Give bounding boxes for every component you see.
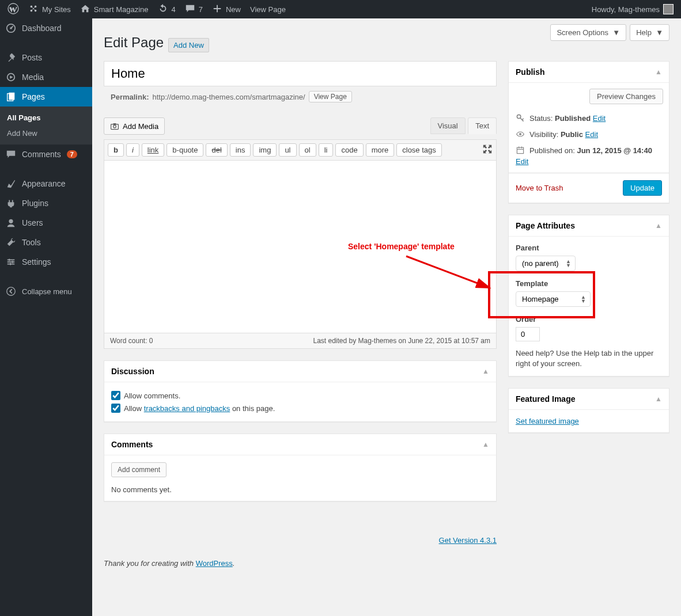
avatar [663,4,674,14]
svg-point-6 [10,27,12,29]
sidebar-item-pages[interactable]: Pages [0,87,92,107]
media-icon [6,72,16,82]
publish-header[interactable]: Publish ▲ [509,62,669,83]
comments-bar[interactable]: 7 [180,0,207,18]
wordpress-link[interactable]: WordPress [196,559,233,568]
sidebar-item-plugins[interactable]: Plugins [0,193,92,213]
plus-icon [212,3,222,16]
btn-del[interactable]: del [206,143,227,157]
btn-close-tags[interactable]: close tags [396,143,442,157]
sidebar-appearance-label: Appearance [22,179,66,188]
editor-status-bar: Word count: 0 Last edited by Mag-themes … [104,333,497,349]
page-title-input[interactable] [104,61,497,86]
sidebar-subitem-add-new[interactable]: Add New [0,126,92,141]
new-content[interactable]: New [207,0,245,18]
order-input[interactable] [516,327,540,341]
sidebar-item-posts[interactable]: Posts [0,48,92,67]
key-icon [516,113,525,123]
updates-icon [158,3,168,16]
wp-logo[interactable] [3,0,24,18]
btn-ul[interactable]: ul [279,143,296,157]
sidebar-item-appearance[interactable]: Appearance [0,174,92,193]
order-label: Order [516,315,662,324]
btn-link[interactable]: link [142,143,165,157]
set-featured-image-link[interactable]: Set featured image [516,417,579,425]
btn-code[interactable]: code [335,143,363,157]
view-page-button[interactable]: View Page [309,91,352,102]
btn-ins[interactable]: ins [230,143,251,157]
discussion-header[interactable]: Discussion ▲ [104,361,496,382]
comment-icon [6,149,16,159]
btn-img[interactable]: img [253,143,277,157]
get-version-link[interactable]: Get Version 4.3.1 [439,536,497,568]
annotation-arrow-icon [403,253,495,294]
appearance-icon [6,178,16,189]
main-content: Screen Options ▼ Help ▼ Edit Page Add Ne… [92,18,681,616]
btn-b[interactable]: b [108,143,124,157]
edit-date-link[interactable]: Edit [516,157,528,166]
help-button[interactable]: Help ▼ [630,24,669,41]
svg-rect-14 [9,259,10,261]
allow-trackbacks-checkbox[interactable] [111,404,120,413]
btn-ol[interactable]: ol [299,143,316,157]
sidebar-item-media[interactable]: Media [0,67,92,87]
svg-point-21 [517,115,520,118]
svg-rect-9 [9,93,14,100]
view-page-bar[interactable]: View Page [245,0,290,18]
screen-options-button[interactable]: Screen Options ▼ [550,24,626,41]
fullscreen-button[interactable] [482,144,493,157]
parent-select[interactable]: (no parent) [516,256,576,271]
sidebar-dashboard-label: Dashboard [22,24,62,33]
chevron-up-icon: ▲ [482,440,489,448]
sidebar-settings-label: Settings [22,257,51,267]
howdy[interactable]: Howdy, Mag-themes [587,0,678,18]
btn-more[interactable]: more [366,143,395,157]
page-attributes-header[interactable]: Page Attributes ▲ [509,215,669,237]
sidebar-item-tools[interactable]: Tools [0,233,92,252]
trackbacks-post: on this page. [230,404,275,413]
add-new-button[interactable]: Add New [168,38,209,52]
camera-icon [110,121,119,131]
sidebar-comments-label: Comments [22,150,61,159]
sidebar-pages-label: Pages [22,92,45,101]
move-to-trash-link[interactable]: Move to Trash [516,184,563,192]
preview-button[interactable]: Preview Changes [589,89,663,104]
add-comment-button[interactable]: Add comment [111,462,167,477]
comments-header[interactable]: Comments ▲ [104,434,496,455]
sidebar-item-comments[interactable]: Comments 7 [0,145,92,164]
sidebar-tools-label: Tools [22,238,41,247]
allow-comments-label: Allow comments. [124,391,180,400]
btn-i[interactable]: i [126,143,139,157]
edit-status-link[interactable]: Edit [593,114,606,123]
svg-point-17 [7,287,15,295]
sidebar-plugins-label: Plugins [22,199,48,208]
featured-image-header[interactable]: Featured Image ▲ [509,389,669,410]
view-page-bar-label: View Page [250,5,286,14]
add-media-button[interactable]: Add Media [104,117,165,135]
trackbacks-pre: Allow [124,404,144,413]
plugins-icon [6,198,16,208]
sidebar-item-settings[interactable]: Settings [0,252,92,272]
my-sites[interactable]: My Sites [24,0,75,18]
template-select[interactable]: Homepage [516,291,591,307]
site-name-label: Smart Magazine [94,5,149,14]
sidebar-item-dashboard[interactable]: Dashboard [0,18,92,38]
svg-rect-16 [10,263,11,265]
tab-text[interactable]: Text [468,117,497,134]
published-label: Published on: [529,146,577,155]
btn-li[interactable]: li [319,143,334,157]
updates[interactable]: 4 [153,0,180,18]
permalink-url: http://demo.mag-themes.com/smartmagazine… [152,93,305,101]
tab-visual[interactable]: Visual [430,117,466,134]
sidebar-subitem-all-pages[interactable]: All Pages [0,110,92,126]
sidebar-item-users[interactable]: Users [0,213,92,233]
home-icon [80,3,90,16]
site-name[interactable]: Smart Magazine [75,0,153,18]
btn-bquote[interactable]: b-quote [167,143,203,157]
svg-rect-23 [517,147,523,153]
edit-visibility-link[interactable]: Edit [585,130,598,139]
collapse-menu[interactable]: Collapse menu [0,282,92,301]
trackbacks-link[interactable]: trackbacks and pingbacks [144,404,230,413]
update-button[interactable]: Update [623,180,662,196]
allow-comments-checkbox[interactable] [111,391,120,400]
